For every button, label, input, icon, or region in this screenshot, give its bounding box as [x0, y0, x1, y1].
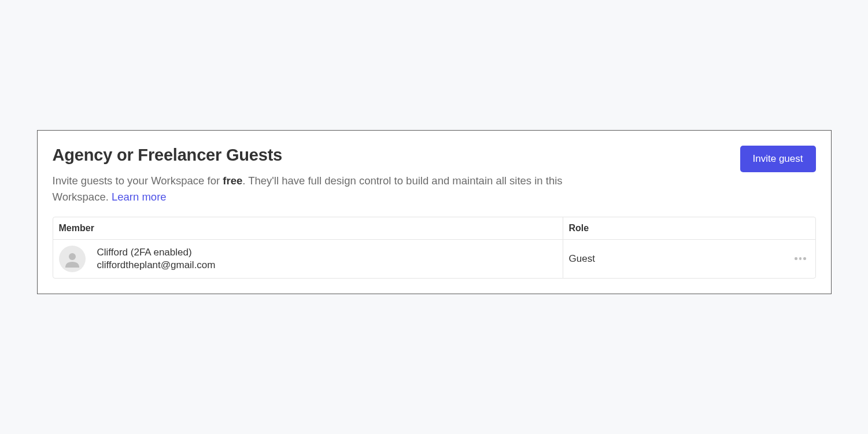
- learn-more-link[interactable]: Learn more: [112, 191, 167, 203]
- invite-guest-button[interactable]: Invite guest: [740, 146, 816, 172]
- guests-table: Member Role Clifford (2FA enabled) cliff…: [53, 217, 816, 279]
- header-text-block: Agency or Freelancer Guests Invite guest…: [53, 146, 573, 217]
- table-header-row: Member Role: [53, 217, 815, 240]
- role-cell: Guest: [563, 240, 815, 278]
- guests-card: Agency or Freelancer Guests Invite guest…: [37, 130, 832, 294]
- avatar: [59, 246, 86, 272]
- member-cell: Clifford (2FA enabled) cliffordtheplant@…: [53, 240, 563, 278]
- column-header-role: Role: [563, 217, 815, 239]
- column-header-member: Member: [53, 217, 563, 239]
- section-title: Agency or Freelancer Guests: [53, 146, 573, 165]
- member-info: Clifford (2FA enabled) cliffordtheplant@…: [97, 247, 216, 271]
- card-header: Agency or Freelancer Guests Invite guest…: [53, 146, 816, 217]
- svg-point-0: [69, 253, 76, 260]
- section-description: Invite guests to your Workspace for free…: [53, 173, 573, 205]
- description-bold: free: [223, 175, 242, 187]
- dots-icon: [795, 257, 797, 260]
- more-options-button[interactable]: [791, 254, 810, 264]
- member-name: Clifford (2FA enabled): [97, 247, 216, 258]
- person-icon: [64, 250, 81, 268]
- description-pre: Invite guests to your Workspace for: [53, 175, 223, 187]
- role-value: Guest: [569, 253, 595, 265]
- table-row: Clifford (2FA enabled) cliffordtheplant@…: [53, 240, 815, 278]
- member-email: cliffordtheplant@gmail.com: [97, 259, 216, 271]
